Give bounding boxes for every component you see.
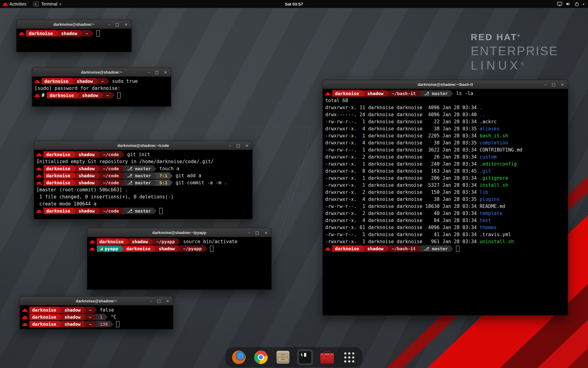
file-name: .ackrc xyxy=(480,119,497,125)
clock[interactable]: Sat 03:57 xyxy=(285,2,303,6)
prompt-segment: ?:1 xyxy=(156,172,170,179)
window-maximize-button[interactable]: □ xyxy=(236,144,240,148)
prompt-segment: 130 xyxy=(97,321,111,327)
terminal-line: -rwxrwxr-x. 1 darknoise darknoise 5327 J… xyxy=(325,182,565,189)
terminal-window: darknoise@shadow:~/pyapp–□×darknoiseshad… xyxy=(87,228,272,290)
prompt-segment: shadow xyxy=(62,314,83,320)
window-titlebar[interactable]: darknoise@shadow:~/bash-it–□× xyxy=(323,80,568,89)
terminal-line: drwxrwxr-x. 11 darknoise darknoise 4096 … xyxy=(325,104,565,111)
window-titlebar[interactable]: darknoise@shadow:~/pyapp–□× xyxy=(87,228,271,237)
window-maximize-button[interactable]: □ xyxy=(155,70,159,74)
window-titlebar[interactable]: darknoise@shadow:~–□× xyxy=(17,20,131,29)
files-icon[interactable] xyxy=(275,349,291,365)
file-meta: drwx------. 24 darknoise darknoise 4096 … xyxy=(325,112,480,117)
window-close-button[interactable]: × xyxy=(164,70,167,74)
window-close-button[interactable]: × xyxy=(166,299,169,303)
terminal-body[interactable]: darknoiseshadow~sudo true[sudo] password… xyxy=(32,77,171,100)
command-text: ^C xyxy=(111,314,116,320)
redhat-prompt-icon xyxy=(37,153,41,156)
text-cursor xyxy=(117,92,121,98)
file-name: . xyxy=(480,105,482,110)
window-title: darknoise@shadow:~ xyxy=(53,22,94,27)
powerline-arrow-icon xyxy=(122,180,124,186)
powerline-arrow-icon xyxy=(105,314,108,320)
prompt-segment: ⎇ master xyxy=(421,245,451,252)
top-bar-left: Activities >_ Terminal ▾ xyxy=(0,0,64,8)
window-minimize-button[interactable]: – xyxy=(150,299,152,303)
activities-button[interactable]: Activities xyxy=(0,0,30,8)
file-name: test xyxy=(480,218,491,223)
window-titlebar[interactable]: darknoise@shadow:~/code–□× xyxy=(34,141,252,150)
file-meta: -rwxrwxr-x. 1 darknoise darknoise 5327 J… xyxy=(325,182,480,188)
powerline-arrow-icon xyxy=(151,239,153,245)
terminal-line: pyappdarknoiseshadow~/pyapp xyxy=(90,245,269,252)
prompt-segment: ~/code xyxy=(100,165,122,172)
terminal-body[interactable]: darknoiseshadow~/pyappsource bin/activat… xyxy=(87,237,271,253)
toolbox-icon[interactable] xyxy=(319,349,335,365)
powerline-arrow-icon xyxy=(83,321,86,327)
redhat-prompt-icon xyxy=(20,32,24,35)
power-icon xyxy=(575,2,579,6)
window-close-button[interactable]: × xyxy=(124,22,128,26)
file-meta: -rw-rw-r--. 1 darknoise darknoise 18630 … xyxy=(325,204,480,209)
prompt-segment: ⎇ master xyxy=(124,165,154,172)
powerline-arrow-icon xyxy=(450,246,453,252)
terminal-body[interactable]: darknoiseshadow~/codegit initInitialized… xyxy=(34,150,252,215)
chrome-icon[interactable] xyxy=(253,349,269,365)
powerline-arrow-icon xyxy=(450,90,453,97)
powerline-arrow-icon xyxy=(154,180,156,186)
window-maximize-button[interactable]: □ xyxy=(115,22,119,26)
prompt-segment: ~ xyxy=(86,321,94,327)
window-close-button[interactable]: × xyxy=(561,82,564,86)
prompt-segment: ~ xyxy=(98,78,107,84)
terminal-line: drwxrwxr-x. 4 darknoise darknoise 38 Jan… xyxy=(325,125,565,132)
prompt-segment: shadow xyxy=(76,179,97,186)
powerline-arrow-icon xyxy=(96,78,98,84)
window-maximize-button[interactable]: □ xyxy=(157,299,161,303)
app-menu[interactable]: >_ Terminal ▾ xyxy=(30,0,64,8)
terminal-line: -rw-rw-r--. 1 darknoise darknoise 22 Jan… xyxy=(325,118,565,125)
terminal-body[interactable]: darknoiseshadow~falsedarknoiseshadow~1^C… xyxy=(20,305,173,328)
file-meta: -rwxrwxr-x. 1 darknoise darknoise 240 Ja… xyxy=(325,161,480,167)
window-minimize-button[interactable]: – xyxy=(545,82,547,86)
output-text: 1 file changed, 0 insertions(+), 0 delet… xyxy=(36,194,174,200)
prompt-segment: darknoise xyxy=(43,208,73,214)
window-titlebar[interactable]: darknoise@shadow:~–□× xyxy=(20,297,173,305)
activities-label: Activities xyxy=(9,2,26,6)
window-minimize-button[interactable]: – xyxy=(148,70,150,74)
powerline-arrow-icon xyxy=(97,173,100,179)
window-close-button[interactable]: × xyxy=(245,144,249,148)
top-bar: Activities >_ Terminal ▾ Sat 03:57 ▾ xyxy=(0,0,588,8)
prompt-segment: darknoise xyxy=(29,307,59,313)
powerline-arrow-icon xyxy=(154,166,156,172)
system-tray[interactable]: ▾ xyxy=(553,0,588,8)
prompt-segment: shadow xyxy=(76,151,97,158)
terminal-line: darknoiseshadow~/codegit init xyxy=(36,151,250,158)
prompt-segment: 1 xyxy=(97,314,105,320)
window-maximize-button[interactable]: □ xyxy=(255,231,259,235)
show-apps-icon[interactable] xyxy=(341,349,357,365)
terminal-icon[interactable]: $ xyxy=(297,349,313,365)
window-minimize-button[interactable]: – xyxy=(108,22,110,26)
terminal-window: darknoise@shadow:~–□×darknoiseshadow~fal… xyxy=(20,296,173,329)
window-controls: –□× xyxy=(545,80,564,89)
window-minimize-button[interactable]: – xyxy=(229,144,231,148)
firefox-icon[interactable] xyxy=(231,349,247,365)
file-name: lib xyxy=(480,190,488,195)
prompt-segment: ~ xyxy=(83,30,91,36)
text-cursor xyxy=(96,30,100,36)
file-name: .git xyxy=(480,168,491,174)
window-maximize-button[interactable]: □ xyxy=(552,82,556,86)
window-minimize-button[interactable]: – xyxy=(248,231,250,235)
text-cursor xyxy=(456,246,459,252)
terminal-line: drwxrwxr-x. 2 darknoise darknoise 150 Ja… xyxy=(325,189,565,196)
file-meta: -rwxrwxr-x. 1 darknoise darknoise 961 Ja… xyxy=(325,239,480,244)
terminal-window: darknoise@shadow:~–□×darknoiseshadow~sud… xyxy=(32,67,171,107)
prompt-segment: darknoise xyxy=(42,78,71,84)
terminal-body[interactable]: darknoiseshadow~ xyxy=(17,29,131,38)
window-titlebar[interactable]: darknoise@shadow:~–□× xyxy=(32,68,171,77)
powerline-arrow-icon xyxy=(111,321,113,327)
terminal-body[interactable]: darknoiseshadow~/bash-it⎇ masterls -lato… xyxy=(323,89,568,253)
terminal-line: -rwxrwxr-x. 1 darknoise darknoise 206 Ja… xyxy=(325,174,565,182)
window-close-button[interactable]: × xyxy=(264,231,268,235)
